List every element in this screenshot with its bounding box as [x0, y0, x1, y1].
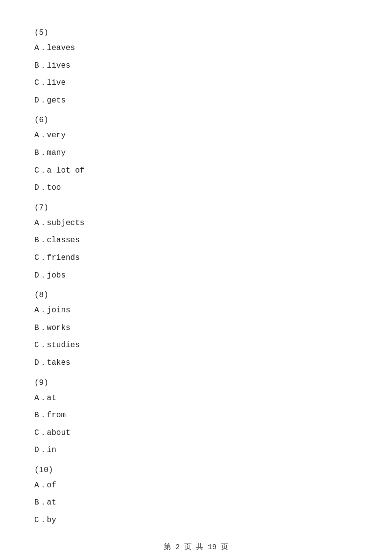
option-q5-3[interactable]: D．gets: [34, 95, 358, 107]
option-q9-0[interactable]: A．at: [34, 392, 358, 405]
option-q5-0[interactable]: A．leaves: [34, 42, 358, 55]
option-q6-2[interactable]: C．a lot of: [34, 165, 358, 177]
option-q6-0[interactable]: A．very: [34, 129, 358, 142]
option-q10-2[interactable]: C．by: [34, 514, 358, 527]
page-content: (5)A．leavesB．livesC．liveD．gets(6)A．veryB…: [0, 0, 392, 555]
question-number-10: (10): [34, 466, 358, 475]
option-q8-0[interactable]: A．joins: [34, 304, 358, 317]
option-q9-2[interactable]: C．about: [34, 427, 358, 440]
option-q8-1[interactable]: B．works: [34, 322, 358, 335]
option-q5-1[interactable]: B．lives: [34, 60, 358, 73]
option-q7-1[interactable]: B．classes: [34, 234, 358, 247]
question-number-8: (8): [34, 291, 358, 300]
option-q10-0[interactable]: A．of: [34, 479, 358, 492]
question-number-5: (5): [34, 28, 358, 37]
option-q9-1[interactable]: B．from: [34, 409, 358, 422]
option-q5-2[interactable]: C．live: [34, 77, 358, 90]
option-q6-1[interactable]: B．many: [34, 147, 358, 160]
question-number-9: (9): [34, 378, 358, 387]
option-q8-3[interactable]: D．takes: [34, 357, 358, 370]
option-q7-0[interactable]: A．subjects: [34, 217, 358, 230]
option-q10-1[interactable]: B．at: [34, 497, 358, 509]
option-q7-3[interactable]: D．jobs: [34, 270, 358, 282]
option-q8-2[interactable]: C．studies: [34, 339, 358, 352]
question-number-6: (6): [34, 116, 358, 125]
option-q9-3[interactable]: D．in: [34, 444, 358, 457]
option-q6-3[interactable]: D．too: [34, 182, 358, 195]
question-number-7: (7): [34, 203, 358, 212]
page-footer: 第 2 页 共 19 页: [0, 542, 392, 552]
option-q7-2[interactable]: C．friends: [34, 252, 358, 265]
footer-text: 第 2 页 共 19 页: [164, 543, 228, 552]
